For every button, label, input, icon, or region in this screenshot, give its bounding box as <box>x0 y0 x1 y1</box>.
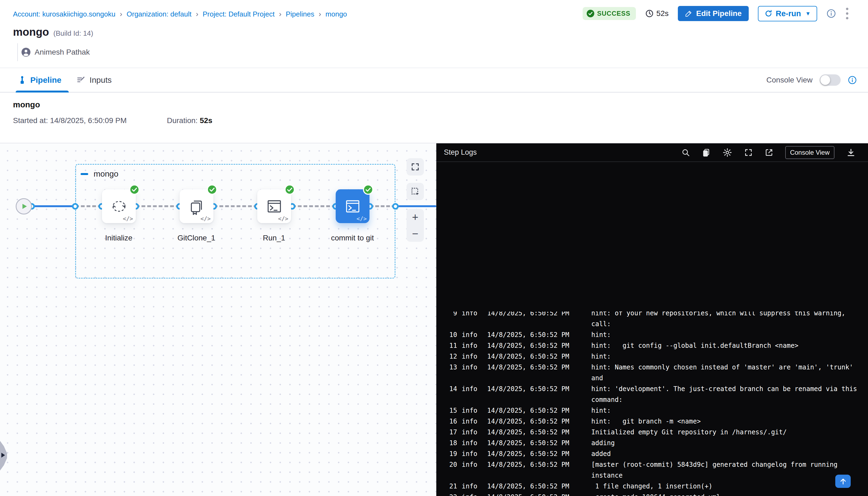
left-panel-expand-handle[interactable] <box>0 441 7 470</box>
log-level: info <box>462 448 481 459</box>
inputs-icon <box>77 75 86 84</box>
log-timestamp: 14/8/2025, 6:50:52 PM <box>487 384 578 394</box>
log-line-number: 20 <box>444 459 457 470</box>
duration-text: 52s <box>656 9 669 18</box>
pipeline-start-node[interactable] <box>16 198 32 215</box>
log-row: 19info14/8/2025, 6:50:52 PMadded <box>436 448 868 459</box>
log-output[interactable]: 9info14/8/2025, 6:50:52 PMhint: of your … <box>436 312 868 496</box>
log-settings-button[interactable] <box>723 148 732 157</box>
step-node-run[interactable]: </> <box>257 189 291 223</box>
log-row: 21info14/8/2025, 6:50:52 PM 1 file chang… <box>436 481 868 492</box>
rerun-button[interactable]: Re-run ▼ <box>758 6 817 21</box>
step-node-initialize[interactable]: </> <box>102 189 136 223</box>
collapse-stage-icon[interactable] <box>81 173 88 175</box>
external-link-icon <box>765 148 773 157</box>
log-message: hint: git config --global init.defaultBr… <box>591 340 868 351</box>
zoom-in-button[interactable]: + <box>412 212 418 222</box>
step-yaml-icon[interactable]: </> <box>278 216 288 222</box>
terminal-icon <box>265 198 283 215</box>
step-success-icon <box>206 184 218 196</box>
breadcrumb-account[interactable]: Account: kurosakiichigo.songoku <box>13 10 115 18</box>
log-search-button[interactable] <box>681 148 690 157</box>
run-info-button[interactable] <box>826 9 836 18</box>
edit-pipeline-button[interactable]: Edit Pipeline <box>678 6 749 21</box>
author-name: Animesh Pathak <box>35 48 90 57</box>
zoom-out-button[interactable]: − <box>412 228 418 239</box>
connector-port[interactable] <box>72 203 78 210</box>
breadcrumb-project[interactable]: Project: Default Project <box>203 10 275 18</box>
breadcrumb-pipelines[interactable]: Pipelines <box>285 10 314 18</box>
pipeline-icon <box>18 76 27 84</box>
info-icon <box>848 75 857 84</box>
log-line-number <box>444 373 457 384</box>
more-options-button[interactable] <box>845 7 849 20</box>
console-view-button[interactable]: Console View <box>785 146 835 159</box>
search-icon <box>681 148 690 157</box>
arrow-up-icon <box>839 477 847 485</box>
tab-pipeline[interactable]: Pipeline <box>18 68 61 92</box>
edit-pipeline-label: Edit Pipeline <box>696 9 742 18</box>
log-level: info <box>462 312 481 319</box>
summary-duration: Duration: 52s <box>167 116 212 125</box>
duration-label: Duration: <box>167 116 198 125</box>
step-node-gitclone[interactable]: </> <box>180 189 213 223</box>
breadcrumb-current-pipeline[interactable]: mongo <box>325 10 347 18</box>
rerun-label: Re-run <box>776 9 801 18</box>
step-node-commit-to-git[interactable]: </> <box>336 189 370 223</box>
chevron-right-icon: › <box>196 10 198 18</box>
log-line-number: 17 <box>444 427 457 438</box>
log-open-new-tab-button[interactable] <box>765 148 773 157</box>
pipeline-edge-solid <box>396 205 436 207</box>
connector-port[interactable] <box>392 203 399 210</box>
log-line-number <box>444 394 457 405</box>
pipeline-canvas[interactable]: mongo </> Initialize </> Git <box>0 143 436 496</box>
step-yaml-icon[interactable]: </> <box>200 216 211 222</box>
page-title: mongo <box>13 26 49 38</box>
canvas-fullscreen-button[interactable] <box>406 158 424 175</box>
console-view-toggle[interactable] <box>820 74 841 86</box>
duration-value: 52s <box>200 116 212 125</box>
scroll-to-top-button[interactable] <box>835 475 851 488</box>
log-row: 10info14/8/2025, 6:50:52 PMhint: <box>436 329 868 340</box>
log-row: 17info14/8/2025, 6:50:52 PMInitialized e… <box>436 427 868 438</box>
breadcrumb: Account: kurosakiichigo.songoku › Organi… <box>13 10 347 18</box>
step-yaml-icon[interactable]: </> <box>123 216 133 222</box>
status-badge: SUCCESS <box>583 7 636 20</box>
log-timestamp: 14/8/2025, 6:50:52 PM <box>487 492 578 496</box>
started-at: Started at: 14/8/2025, 6:50:09 PM <box>13 116 127 125</box>
stage-name-label: mongo <box>94 169 119 179</box>
step-yaml-icon[interactable]: </> <box>357 216 367 222</box>
log-message: instance <box>591 470 868 481</box>
console-view-toggle-label: Console View <box>766 76 812 84</box>
step-label-gitclone: GitClone_1 <box>177 234 215 242</box>
log-message: create mode 100644 generated.yml <box>591 492 868 496</box>
log-message: 1 file changed, 1 insertion(+) <box>591 481 868 492</box>
log-level: info <box>462 362 481 373</box>
console-view-info-button[interactable] <box>848 75 857 84</box>
log-copy-button[interactable] <box>702 148 711 157</box>
log-line-number <box>444 319 457 329</box>
canvas-select-button[interactable] <box>406 183 424 200</box>
toggle-knob <box>820 75 830 85</box>
log-fullscreen-button[interactable] <box>744 148 753 157</box>
tab-inputs[interactable]: Inputs <box>77 68 112 92</box>
clock-icon <box>645 9 654 18</box>
breadcrumb-organization[interactable]: Organization: default <box>127 10 191 18</box>
log-timestamp <box>487 394 578 405</box>
summary-pipeline-name: mongo <box>13 100 40 109</box>
info-icon <box>826 9 836 18</box>
log-timestamp: 14/8/2025, 6:50:52 PM <box>487 416 578 427</box>
log-row: 14info14/8/2025, 6:50:52 PMhint: 'develo… <box>436 384 868 394</box>
status-text: SUCCESS <box>597 10 631 17</box>
log-line-number: 16 <box>444 416 457 427</box>
caret-down-icon[interactable]: ▼ <box>805 11 811 17</box>
log-level: info <box>462 492 481 496</box>
chevron-right-icon: › <box>279 10 281 18</box>
log-row: 22info14/8/2025, 6:50:52 PM create mode … <box>436 492 868 496</box>
log-timestamp: 14/8/2025, 6:50:52 PM <box>487 438 578 448</box>
log-row: 9info14/8/2025, 6:50:52 PMhint: of your … <box>436 312 868 319</box>
step-label-initialize: Initialize <box>105 234 132 242</box>
log-timestamp <box>487 470 578 481</box>
log-message: hint: git branch -m <name> <box>591 416 868 427</box>
log-download-button[interactable] <box>846 148 855 157</box>
